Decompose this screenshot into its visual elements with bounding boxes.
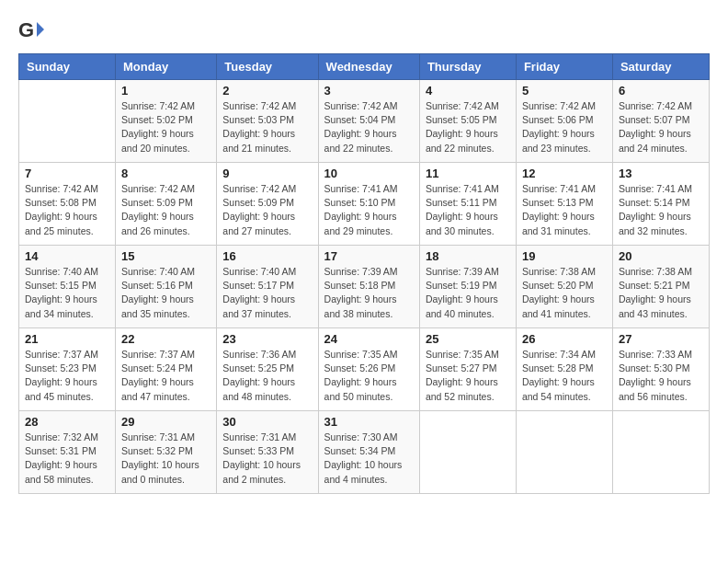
- calendar-cell: 21Sunrise: 7:37 AMSunset: 5:23 PMDayligh…: [19, 328, 116, 411]
- day-info: Sunrise: 7:31 AMSunset: 5:32 PMDaylight:…: [121, 431, 210, 487]
- day-number: 9: [222, 167, 312, 180]
- day-info: Sunrise: 7:38 AMSunset: 5:20 PMDaylight:…: [522, 265, 607, 321]
- day-number: 11: [426, 167, 510, 180]
- day-number: 29: [121, 415, 210, 429]
- weekday-header-thursday: Thursday: [419, 54, 516, 80]
- day-info: Sunrise: 7:42 AMSunset: 5:05 PMDaylight:…: [426, 99, 510, 155]
- calendar-table: SundayMondayTuesdayWednesdayThursdayFrid…: [18, 53, 710, 494]
- day-number: 25: [426, 332, 510, 346]
- day-number: 30: [222, 415, 312, 429]
- calendar-week-row: 7Sunrise: 7:42 AMSunset: 5:08 PMDaylight…: [19, 163, 710, 246]
- day-info: Sunrise: 7:34 AMSunset: 5:28 PMDaylight:…: [522, 348, 607, 404]
- svg-text:G: G: [18, 18, 34, 41]
- day-info: Sunrise: 7:42 AMSunset: 5:08 PMDaylight:…: [25, 182, 109, 238]
- calendar-cell: 28Sunrise: 7:32 AMSunset: 5:31 PMDayligh…: [19, 411, 116, 494]
- day-info: Sunrise: 7:35 AMSunset: 5:26 PMDaylight:…: [324, 348, 414, 404]
- calendar-cell: 27Sunrise: 7:33 AMSunset: 5:30 PMDayligh…: [612, 328, 709, 411]
- calendar-week-row: 1Sunrise: 7:42 AMSunset: 5:02 PMDaylight…: [19, 80, 710, 163]
- calendar-cell: 7Sunrise: 7:42 AMSunset: 5:08 PMDaylight…: [19, 163, 116, 246]
- logo: G: [18, 18, 48, 44]
- day-info: Sunrise: 7:42 AMSunset: 5:07 PMDaylight:…: [619, 99, 703, 155]
- day-number: 14: [25, 249, 109, 263]
- calendar-cell: [516, 411, 612, 494]
- day-number: 28: [25, 415, 109, 429]
- calendar-cell: 17Sunrise: 7:39 AMSunset: 5:18 PMDayligh…: [318, 246, 419, 328]
- calendar-week-row: 28Sunrise: 7:32 AMSunset: 5:31 PMDayligh…: [19, 411, 710, 494]
- day-number: 22: [121, 332, 210, 346]
- calendar-cell: [19, 80, 116, 163]
- day-number: 31: [324, 415, 414, 429]
- calendar-cell: 30Sunrise: 7:31 AMSunset: 5:33 PMDayligh…: [217, 411, 318, 494]
- calendar-cell: 14Sunrise: 7:40 AMSunset: 5:15 PMDayligh…: [19, 246, 116, 328]
- day-number: 10: [324, 167, 414, 180]
- calendar-cell: 6Sunrise: 7:42 AMSunset: 5:07 PMDaylight…: [612, 80, 709, 163]
- calendar-cell: 2Sunrise: 7:42 AMSunset: 5:03 PMDaylight…: [217, 80, 318, 163]
- calendar-cell: 20Sunrise: 7:38 AMSunset: 5:21 PMDayligh…: [612, 246, 709, 328]
- calendar-cell: 11Sunrise: 7:41 AMSunset: 5:11 PMDayligh…: [419, 163, 516, 246]
- weekday-header-row: SundayMondayTuesdayWednesdayThursdayFrid…: [19, 54, 710, 80]
- logo-icon: G: [18, 18, 44, 44]
- day-number: 20: [619, 249, 703, 263]
- calendar-body: 1Sunrise: 7:42 AMSunset: 5:02 PMDaylight…: [19, 80, 710, 494]
- day-number: 19: [522, 249, 607, 263]
- calendar-cell: 1Sunrise: 7:42 AMSunset: 5:02 PMDaylight…: [116, 80, 217, 163]
- day-number: 7: [25, 167, 109, 180]
- day-number: 5: [522, 84, 607, 98]
- calendar-week-row: 21Sunrise: 7:37 AMSunset: 5:23 PMDayligh…: [19, 328, 710, 411]
- day-info: Sunrise: 7:32 AMSunset: 5:31 PMDaylight:…: [25, 431, 109, 487]
- day-number: 26: [522, 332, 607, 346]
- calendar-cell: 25Sunrise: 7:35 AMSunset: 5:27 PMDayligh…: [419, 328, 516, 411]
- day-info: Sunrise: 7:41 AMSunset: 5:13 PMDaylight:…: [522, 182, 607, 238]
- calendar-cell: 18Sunrise: 7:39 AMSunset: 5:19 PMDayligh…: [419, 246, 516, 328]
- day-number: 23: [222, 332, 312, 346]
- calendar-cell: 19Sunrise: 7:38 AMSunset: 5:20 PMDayligh…: [516, 246, 612, 328]
- day-info: Sunrise: 7:42 AMSunset: 5:03 PMDaylight:…: [222, 99, 312, 155]
- calendar-cell: 31Sunrise: 7:30 AMSunset: 5:34 PMDayligh…: [318, 411, 419, 494]
- day-number: 18: [426, 249, 510, 263]
- weekday-header-sunday: Sunday: [19, 54, 116, 80]
- day-number: 2: [222, 84, 312, 98]
- day-info: Sunrise: 7:31 AMSunset: 5:33 PMDaylight:…: [222, 431, 312, 487]
- day-number: 12: [522, 167, 607, 180]
- day-number: 17: [324, 249, 414, 263]
- day-info: Sunrise: 7:41 AMSunset: 5:10 PMDaylight:…: [324, 182, 414, 238]
- day-info: Sunrise: 7:41 AMSunset: 5:14 PMDaylight:…: [619, 182, 703, 238]
- day-info: Sunrise: 7:40 AMSunset: 5:16 PMDaylight:…: [121, 265, 210, 321]
- weekday-header-tuesday: Tuesday: [217, 54, 318, 80]
- day-info: Sunrise: 7:33 AMSunset: 5:30 PMDaylight:…: [619, 348, 703, 404]
- calendar-cell: 12Sunrise: 7:41 AMSunset: 5:13 PMDayligh…: [516, 163, 612, 246]
- day-number: 15: [121, 249, 210, 263]
- day-number: 4: [426, 84, 510, 98]
- day-info: Sunrise: 7:42 AMSunset: 5:06 PMDaylight:…: [522, 99, 607, 155]
- calendar-cell: 24Sunrise: 7:35 AMSunset: 5:26 PMDayligh…: [318, 328, 419, 411]
- calendar-cell: 4Sunrise: 7:42 AMSunset: 5:05 PMDaylight…: [419, 80, 516, 163]
- calendar-cell: 10Sunrise: 7:41 AMSunset: 5:10 PMDayligh…: [318, 163, 419, 246]
- day-info: Sunrise: 7:35 AMSunset: 5:27 PMDaylight:…: [426, 348, 510, 404]
- day-number: 1: [121, 84, 210, 98]
- day-info: Sunrise: 7:42 AMSunset: 5:02 PMDaylight:…: [121, 99, 210, 155]
- day-number: 13: [619, 167, 703, 180]
- day-info: Sunrise: 7:30 AMSunset: 5:34 PMDaylight:…: [324, 431, 414, 487]
- calendar-cell: [419, 411, 516, 494]
- calendar-cell: 5Sunrise: 7:42 AMSunset: 5:06 PMDaylight…: [516, 80, 612, 163]
- day-number: 24: [324, 332, 414, 346]
- day-number: 8: [121, 167, 210, 180]
- weekday-header-wednesday: Wednesday: [318, 54, 419, 80]
- calendar-cell: 26Sunrise: 7:34 AMSunset: 5:28 PMDayligh…: [516, 328, 612, 411]
- day-number: 6: [619, 84, 703, 98]
- calendar-cell: 23Sunrise: 7:36 AMSunset: 5:25 PMDayligh…: [217, 328, 318, 411]
- day-info: Sunrise: 7:38 AMSunset: 5:21 PMDaylight:…: [619, 265, 703, 321]
- day-info: Sunrise: 7:39 AMSunset: 5:18 PMDaylight:…: [324, 265, 414, 321]
- day-info: Sunrise: 7:42 AMSunset: 5:09 PMDaylight:…: [121, 182, 210, 238]
- day-info: Sunrise: 7:39 AMSunset: 5:19 PMDaylight:…: [426, 265, 510, 321]
- day-info: Sunrise: 7:42 AMSunset: 5:09 PMDaylight:…: [222, 182, 312, 238]
- day-info: Sunrise: 7:37 AMSunset: 5:24 PMDaylight:…: [121, 348, 210, 404]
- calendar-cell: 16Sunrise: 7:40 AMSunset: 5:17 PMDayligh…: [217, 246, 318, 328]
- day-info: Sunrise: 7:36 AMSunset: 5:25 PMDaylight:…: [222, 348, 312, 404]
- day-info: Sunrise: 7:42 AMSunset: 5:04 PMDaylight:…: [324, 99, 414, 155]
- day-info: Sunrise: 7:40 AMSunset: 5:17 PMDaylight:…: [222, 265, 312, 321]
- calendar-cell: [612, 411, 709, 494]
- calendar-cell: 22Sunrise: 7:37 AMSunset: 5:24 PMDayligh…: [116, 328, 217, 411]
- calendar-cell: 13Sunrise: 7:41 AMSunset: 5:14 PMDayligh…: [612, 163, 709, 246]
- calendar-cell: 3Sunrise: 7:42 AMSunset: 5:04 PMDaylight…: [318, 80, 419, 163]
